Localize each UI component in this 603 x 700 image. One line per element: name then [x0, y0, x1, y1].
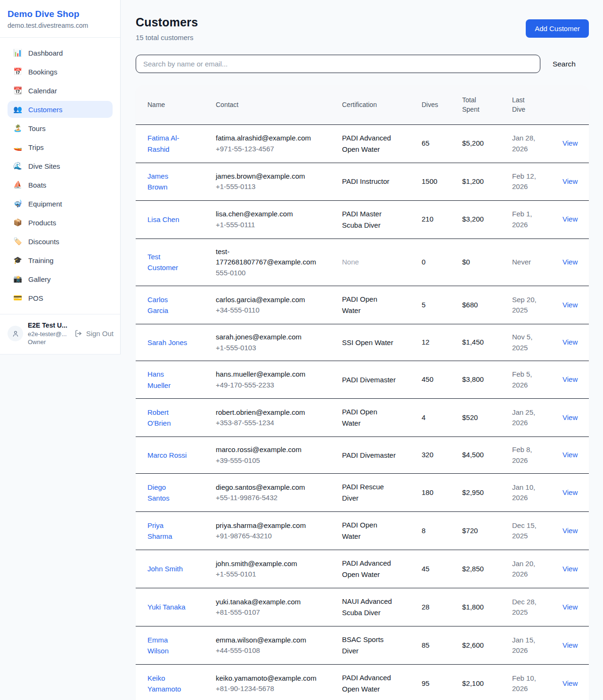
view-customer-link[interactable]: View: [562, 603, 578, 611]
sidebar-item-calendar[interactable]: 📆 Calendar: [8, 82, 113, 99]
view-customer-link[interactable]: View: [562, 641, 578, 649]
column-header-name: Name: [136, 85, 216, 124]
view-customer-link[interactable]: View: [562, 215, 578, 223]
table-row: Test Customer test-1772681807767@example…: [136, 239, 589, 286]
customer-dives: 12: [422, 324, 462, 361]
search-button[interactable]: Search: [540, 60, 589, 68]
customer-name-link[interactable]: Keiko Yamamoto: [147, 674, 181, 693]
column-header-last-dive: Last Dive: [512, 85, 562, 124]
table-row: Robert O'Brien robert.obrien@example.com…: [136, 399, 589, 437]
customer-name-link[interactable]: Lisa Chen: [147, 215, 179, 223]
search-input[interactable]: [136, 55, 540, 73]
customer-email: marco.rossi@example.com: [216, 445, 327, 455]
view-customer-link[interactable]: View: [562, 565, 578, 573]
sidebar-item-trips[interactable]: 🚤 Trips: [8, 139, 113, 156]
customer-name-link[interactable]: Carlos Garcia: [147, 296, 168, 315]
customer-total-spent: $2,600: [462, 626, 512, 665]
customer-last-dive: Jan 15, 2026: [512, 626, 562, 665]
customer-phone: +1-555-0101: [216, 569, 327, 580]
sidebar-item-tours[interactable]: 🏝️ Tours: [8, 120, 113, 137]
table-row: John Smith john.smith@example.com +1-555…: [136, 550, 589, 588]
page-title: Customers: [136, 16, 198, 29]
view-customer-link[interactable]: View: [562, 413, 578, 421]
brand-name[interactable]: Demo Dive Shop: [8, 9, 113, 19]
sign-out-button[interactable]: Sign Out: [74, 329, 114, 338]
customer-name-link[interactable]: Diego Santos: [147, 483, 170, 502]
sidebar-item-customers[interactable]: 👥 Customers: [8, 101, 113, 118]
customer-name-link[interactable]: Marco Rossi: [147, 451, 187, 459]
customers-table: NameContactCertificationDivesTotal Spent…: [136, 85, 589, 700]
sidebar-item-equipment[interactable]: 🤿 Equipment: [8, 195, 113, 212]
view-customer-link[interactable]: View: [562, 527, 578, 535]
sidebar-item-training[interactable]: 🎓 Training: [8, 252, 113, 269]
customer-total-spent: $2,950: [462, 474, 512, 512]
customer-last-dive: Dec 15, 2025: [512, 512, 562, 550]
view-customer-link[interactable]: View: [562, 258, 578, 266]
add-customer-button[interactable]: Add Customer: [526, 19, 589, 38]
sidebar-item-label: Products: [28, 219, 56, 227]
view-customer-link[interactable]: View: [562, 488, 578, 496]
customer-last-dive: Feb 8, 2026: [512, 437, 562, 474]
sidebar-item-dive-sites[interactable]: 🌊 Dive Sites: [8, 157, 113, 174]
sidebar-item-pos[interactable]: 💳 POS: [8, 289, 113, 306]
table-header-row: NameContactCertificationDivesTotal Spent…: [136, 85, 589, 124]
customer-phone: +971-55-123-4567: [216, 144, 327, 155]
customer-name-link[interactable]: Yuki Tanaka: [147, 603, 186, 611]
user-info: E2E Test U... e2e-tester@... Owner: [28, 321, 70, 346]
customer-name-link[interactable]: Sarah Jones: [147, 338, 187, 346]
customer-name-link[interactable]: Emma Wilson: [147, 636, 169, 655]
customer-dives: 85: [422, 626, 462, 665]
sidebar-item-dashboard[interactable]: 📊 Dashboard: [8, 44, 113, 61]
customer-name-link[interactable]: Priya Sharma: [147, 521, 172, 541]
products-icon: 📦: [13, 218, 22, 227]
sidebar-item-discounts[interactable]: 🏷️ Discounts: [8, 233, 113, 250]
customer-name-link[interactable]: John Smith: [147, 565, 183, 573]
view-customer-link[interactable]: View: [562, 338, 578, 346]
customer-total-spent: $1,450: [462, 324, 512, 361]
customer-last-dive: Feb 5, 2026: [512, 361, 562, 399]
view-customer-link[interactable]: View: [562, 679, 578, 687]
sidebar-item-label: Gallery: [28, 275, 51, 283]
customer-total-spent: $680: [462, 286, 512, 324]
table-row: Emma Wilson emma.wilson@example.com +44-…: [136, 626, 589, 665]
customer-dives: 8: [422, 512, 462, 550]
customer-name-link[interactable]: Robert O'Brien: [147, 408, 171, 428]
customer-last-dive: Jan 10, 2026: [512, 474, 562, 512]
customer-dives: 5: [422, 286, 462, 324]
view-customer-link[interactable]: View: [562, 451, 578, 459]
table-row: Sarah Jones sarah.jones@example.com +1-5…: [136, 324, 589, 361]
customer-total-spent: $0: [462, 239, 512, 286]
customer-name-link[interactable]: Hans Mueller: [147, 370, 171, 389]
customer-phone: +1-555-0111: [216, 220, 327, 231]
customer-phone: +81-90-1234-5678: [216, 684, 327, 694]
customer-last-dive: Nov 5, 2025: [512, 324, 562, 361]
customer-name-link[interactable]: Test Customer: [147, 253, 178, 272]
customer-dives: 45: [422, 550, 462, 588]
customer-certification: PADI Instructor: [342, 163, 422, 200]
sidebar-item-boats[interactable]: ⛵ Boats: [8, 176, 113, 193]
customer-total-spent: $1,800: [462, 588, 512, 626]
sidebar-item-bookings[interactable]: 📅 Bookings: [8, 63, 113, 80]
view-customer-link[interactable]: View: [562, 177, 578, 185]
sidebar-item-gallery[interactable]: 📸 Gallery: [8, 271, 113, 288]
discounts-icon: 🏷️: [13, 237, 22, 246]
view-customer-link[interactable]: View: [562, 139, 578, 147]
customer-name-link[interactable]: James Brown: [147, 172, 168, 191]
page-header: Customers 15 total customers Add Custome…: [136, 16, 589, 41]
customer-total-spent: $3,800: [462, 361, 512, 399]
customer-certification: PADI Open Water: [342, 399, 422, 437]
view-customer-link[interactable]: View: [562, 375, 578, 383]
customer-dives: 180: [422, 474, 462, 512]
user-avatar: [8, 326, 23, 341]
search-bar: Search: [136, 55, 589, 73]
sidebar-item-label: Dashboard: [28, 49, 63, 57]
trips-icon: 🚤: [13, 143, 22, 151]
customer-certification: PADI Master Scuba Diver: [342, 200, 422, 239]
sidebar-item-label: Training: [28, 256, 54, 264]
sidebar-item-products[interactable]: 📦 Products: [8, 214, 113, 231]
view-customer-link[interactable]: View: [562, 301, 578, 309]
sidebar-item-label: POS: [28, 294, 43, 302]
customer-name-link[interactable]: Fatima Al-Rashid: [147, 134, 179, 153]
column-header-certification: Certification: [342, 85, 422, 124]
main-content: Customers 15 total customers Add Custome…: [136, 0, 589, 700]
